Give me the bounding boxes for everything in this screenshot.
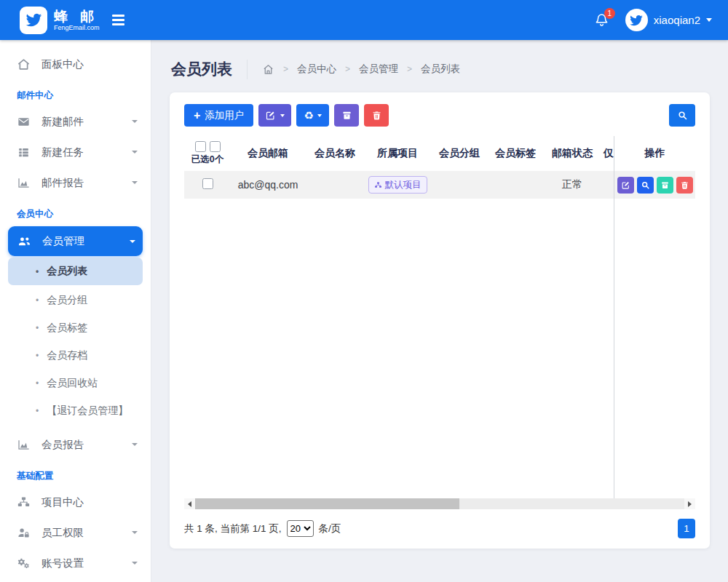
sidebar-section-basic-config: 基础配置 bbox=[0, 460, 151, 487]
sidebar-subitem-unsubscribe-management[interactable]: 【退订会员管理】 bbox=[0, 397, 151, 425]
divider bbox=[247, 60, 248, 79]
app-logo[interactable] bbox=[20, 7, 47, 34]
scroll-left-button[interactable] bbox=[184, 498, 195, 509]
scroll-right-button[interactable] bbox=[684, 498, 695, 509]
select-all-checkbox[interactable] bbox=[195, 141, 206, 152]
member-management-submenu: 会员列表 会员分组 会员标签 会员存档 会员回收站 【退订会员管理】 bbox=[0, 258, 151, 425]
user-lock-icon bbox=[17, 526, 31, 540]
arrow-left-icon bbox=[188, 501, 191, 507]
main-content: 会员列表 > 会员中心 > 会员管理 > 会员列表 + bbox=[151, 40, 728, 582]
home-icon bbox=[17, 57, 31, 71]
breadcrumb-home-icon[interactable] bbox=[262, 63, 274, 76]
edit-icon bbox=[265, 110, 276, 121]
row-archive-button[interactable] bbox=[657, 177, 673, 194]
table-header-project: 所属项目 bbox=[365, 147, 430, 160]
row-delete-button[interactable] bbox=[676, 177, 693, 194]
search-button[interactable] bbox=[669, 104, 695, 127]
selected-count-label: 已选0个 bbox=[191, 154, 223, 166]
sidebar-subitem-member-groups[interactable]: 会员分组 bbox=[0, 287, 151, 314]
table-header-actions: 操作 bbox=[614, 136, 695, 171]
mail-icon bbox=[17, 115, 31, 129]
pagination-summary: 共 1 条, 当前第 1/1 页, bbox=[184, 522, 282, 535]
recycle-icon: ♻ bbox=[304, 109, 314, 122]
add-user-button[interactable]: + 添加用户 bbox=[184, 104, 253, 127]
sidebar-item-member-management[interactable]: 会员管理 bbox=[8, 226, 143, 256]
chevron-down-icon bbox=[132, 531, 138, 534]
table-header-tag: 会员标签 bbox=[488, 147, 542, 160]
trash-icon bbox=[371, 110, 382, 121]
sidebar-item-staff-permissions[interactable]: 员工权限 bbox=[0, 517, 151, 548]
search-icon bbox=[677, 110, 688, 121]
list-icon bbox=[17, 146, 31, 159]
topbar: 蜂 邮 FengEmail.com 1 xiaoqian2 bbox=[0, 0, 728, 40]
cell-status: 正常 bbox=[542, 178, 602, 191]
archive-box-icon bbox=[660, 180, 670, 190]
chevron-down-icon bbox=[132, 120, 138, 123]
bird-icon bbox=[24, 10, 44, 30]
batch-recycle-dropdown-button[interactable]: ♻ bbox=[296, 104, 329, 127]
bird-icon bbox=[628, 12, 644, 28]
breadcrumb-item-member-management[interactable]: 会员管理 bbox=[359, 63, 398, 76]
sidebar-section-member-center: 会员中心 bbox=[0, 198, 151, 225]
chevron-down-icon bbox=[706, 18, 712, 22]
row-checkbox[interactable] bbox=[202, 178, 213, 189]
username: xiaoqian2 bbox=[654, 14, 700, 26]
avatar bbox=[625, 9, 648, 31]
select-page-checkbox[interactable] bbox=[210, 141, 221, 152]
user-menu[interactable]: xiaoqian2 bbox=[625, 9, 712, 31]
notification-badge: 1 bbox=[604, 8, 615, 19]
sitemap-icon bbox=[17, 495, 31, 509]
notifications-button[interactable]: 1 bbox=[594, 12, 609, 28]
sidebar-item-new-task[interactable]: 新建任务 bbox=[0, 137, 151, 167]
sidebar-item-dashboard[interactable]: 面板中心 bbox=[0, 49, 151, 79]
menu-toggle-icon[interactable] bbox=[109, 12, 127, 28]
member-list-card: + 添加用户 ♻ bbox=[170, 92, 710, 549]
chevron-down-icon bbox=[132, 181, 138, 184]
chevron-down-icon bbox=[132, 151, 138, 154]
sidebar-item-mail-report[interactable]: 邮件报告 bbox=[0, 167, 151, 198]
batch-archive-button[interactable] bbox=[334, 104, 359, 127]
app-root: 蜂 邮 FengEmail.com 1 xiaoqian2 面板中心 邮件中心 bbox=[0, 0, 728, 582]
breadcrumb: > 会员中心 > 会员管理 > 会员列表 bbox=[262, 63, 460, 76]
gears-icon bbox=[17, 557, 31, 570]
batch-edit-dropdown-button[interactable] bbox=[258, 104, 291, 127]
cell-email: abc@qq.com bbox=[231, 179, 305, 191]
sitemap-icon bbox=[374, 181, 382, 189]
sidebar-item-project-center[interactable]: 项目中心 bbox=[0, 487, 151, 517]
sidebar-item-account-settings[interactable]: 账号设置 bbox=[0, 548, 151, 578]
scrollbar-track[interactable] bbox=[195, 498, 684, 509]
breadcrumb-item-member-center[interactable]: 会员中心 bbox=[297, 63, 336, 76]
page-1-button[interactable]: 1 bbox=[678, 519, 695, 538]
archive-box-icon bbox=[341, 110, 352, 121]
cell-select bbox=[184, 178, 231, 191]
table-row: abc@qq.com 默认项目 正常 bbox=[184, 171, 614, 199]
project-badge[interactable]: 默认项目 bbox=[368, 176, 427, 194]
edit-icon bbox=[621, 180, 630, 190]
sidebar-subitem-member-tags[interactable]: 会员标签 bbox=[0, 314, 151, 342]
pagination: 共 1 条, 当前第 1/1 页, 20 条/页 1 bbox=[184, 519, 695, 538]
table-header-row: 已选0个 会员邮箱 会员名称 所属项目 会员分组 会员标签 邮箱状态 仅 bbox=[184, 136, 614, 171]
batch-delete-button[interactable] bbox=[364, 104, 389, 127]
cell-project: 默认项目 bbox=[365, 176, 430, 194]
breadcrumb-item-member-list[interactable]: 会员列表 bbox=[421, 63, 460, 76]
row-edit-button[interactable] bbox=[617, 177, 634, 194]
row-view-button[interactable] bbox=[637, 177, 654, 194]
table-header-group: 会员分组 bbox=[430, 147, 488, 160]
plus-icon: + bbox=[194, 110, 200, 121]
sidebar-item-new-mail[interactable]: 新建邮件 bbox=[0, 106, 151, 137]
sidebar-subitem-member-recycle-bin[interactable]: 会员回收站 bbox=[0, 370, 151, 397]
arrow-right-icon bbox=[688, 501, 692, 507]
chevron-right-icon: > bbox=[283, 64, 288, 74]
scrollbar-thumb[interactable] bbox=[195, 498, 459, 509]
sidebar: 面板中心 邮件中心 新建邮件 新建任务 邮件报告 会员中心 会员管 bbox=[0, 40, 151, 582]
chevron-down-icon bbox=[130, 240, 135, 243]
per-page-unit: 条/页 bbox=[319, 522, 341, 535]
sidebar-item-member-report[interactable]: 会员报告 bbox=[0, 429, 151, 460]
brand-domain: FengEmail.com bbox=[54, 24, 100, 31]
trash-icon bbox=[680, 180, 689, 190]
search-icon bbox=[641, 180, 650, 190]
table-header-select: 已选0个 bbox=[184, 141, 231, 166]
sidebar-subitem-member-list[interactable]: 会员列表 bbox=[8, 258, 143, 285]
sidebar-subitem-member-archive[interactable]: 会员存档 bbox=[0, 342, 151, 370]
per-page-select[interactable]: 20 bbox=[287, 520, 314, 537]
